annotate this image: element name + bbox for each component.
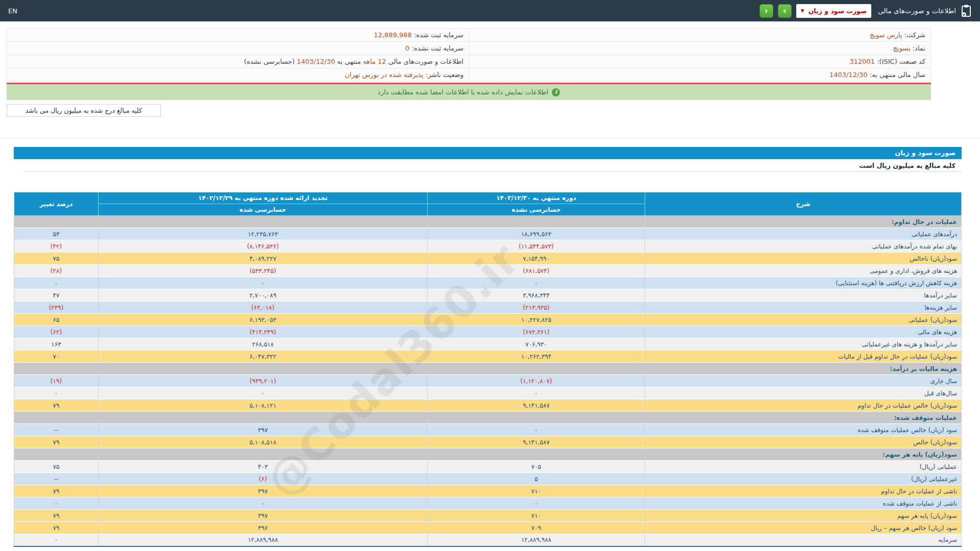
cell-current-value: ۷۱۰: [428, 510, 645, 522]
cell-prior-value: (۴۱۴,۲۴۹): [99, 326, 428, 338]
table-row: سود (زیان) خالص هر سهم – ریال۷۰۹۳۹۶۷۹: [14, 522, 962, 534]
info-label: وضعیت ناشر:: [426, 71, 463, 79]
chevron-down-icon: ▼: [801, 8, 804, 13]
company-info-cell: شرکت: پارس سویچ: [469, 29, 931, 42]
company-info-cell: وضعیت ناشر: پذیرفته شده در بورس تهران: [7, 68, 469, 82]
cell-change-percent: ۰: [14, 277, 99, 289]
company-info-cell: نماد: بسویچ: [469, 42, 931, 55]
cell-change-percent: ۷۹: [14, 510, 99, 522]
cell-prior-value: (۵۳۳,۲۴۵): [99, 265, 428, 277]
cell-change-percent: [14, 363, 99, 375]
table-header-row-periods: شرح دوره منتهي به ۱۴۰۳/۱۲/۳۰ تجدید ارائه…: [14, 192, 962, 204]
cell-desc: سایر درآمدها: [645, 289, 962, 302]
cell-change-percent: ۷۵: [14, 461, 99, 473]
cell-current-value: ۰: [428, 277, 645, 289]
topbar: اطلاعات و صورت‌های مالی صورت سود و زیان …: [0, 0, 980, 21]
prev-statement-button[interactable]: ‹: [760, 4, 773, 18]
cell-desc: هزینه کاهش ارزش دریافتنی ها (هزینه استثن…: [645, 277, 962, 289]
statement-subtitle: کلیه مبالغ به میلیون ریال است: [23, 159, 962, 172]
table-row: ناشی از عملیات در حال تداوم۷۱۰۳۹۷۷۹: [14, 485, 962, 497]
info-label: نماد:: [913, 44, 925, 52]
cell-prior-value: (۹۳۹,۲۰۱): [99, 375, 428, 387]
cell-change-percent: ۱۶۳: [14, 338, 99, 350]
info-value: 0: [405, 44, 409, 52]
cell-current-value: (۶۷۲,۳۶۱): [428, 326, 645, 338]
info-value: پذیرفته شده در بورس تهران: [345, 71, 424, 79]
header-current-status: حسابرسی نشده: [428, 204, 645, 216]
cell-prior-value: [99, 216, 428, 228]
company-info-row: کد صنعت (ISIC): 312001اطلاعات و صورت‌های…: [7, 55, 931, 68]
cell-prior-value: ۳۹۷: [99, 424, 428, 436]
info-label: شرکت:: [904, 31, 925, 39]
cell-desc: هزینه های فروش، اداری و عمومی: [645, 265, 962, 277]
cell-current-value: ۰: [428, 424, 645, 436]
next-statement-button[interactable]: ›: [778, 4, 792, 18]
cell-prior-value: ۴,۰۸۹,۲۲۷: [99, 253, 428, 265]
company-info-cell: اطلاعات و صورت‌های مالی 12 ماهه منتهی به…: [7, 55, 469, 68]
cell-desc: غیرعملیاتی (ریال): [645, 473, 962, 485]
cell-current-value: ۷,۱۵۴,۹۹۰: [428, 253, 645, 265]
cell-desc: سایر هزینه‌ها: [645, 302, 962, 314]
cell-desc: سود(زیان) عملیات در حال تداوم قبل از مال…: [645, 350, 962, 363]
company-info-table: شرکت: پارس سویچسرمایه ثبت شده: 12,889,98…: [7, 28, 931, 82]
cell-desc: درآمدهای عملیاتی: [645, 228, 962, 240]
info-value: 312001: [849, 58, 875, 65]
cell-desc: سرمایه: [645, 534, 962, 546]
cell-change-percent: --: [14, 473, 99, 485]
cell-current-value: ۹,۱۴۱,۵۸۷: [428, 436, 645, 448]
cell-change-percent: --: [14, 424, 99, 436]
cell-current-value: ۱۲,۸۸۹,۹۸۸: [428, 534, 645, 546]
content-divider: [0, 138, 980, 139]
cell-prior-value: ۲,۷۰۰,۰۸۹: [99, 289, 428, 302]
table-row: سرمایه۱۲,۸۸۹,۹۸۸۱۲,۸۸۹,۹۸۸۰: [14, 534, 962, 546]
cell-change-percent: ۷۰: [14, 350, 99, 363]
cell-change-percent: ۷۵: [14, 253, 99, 265]
cell-desc: عملیات در حال تداوم:: [645, 216, 962, 228]
cell-prior-value: [99, 412, 428, 424]
info-label: سرمایه ثبت شده:: [414, 31, 463, 39]
statement-title-bar: صورت سود و زیان: [14, 147, 962, 159]
cell-desc: سود(زیان) خالص عملیات در حال تداوم: [645, 399, 962, 412]
cell-current-value: (۱۱,۵۴۴,۵۷۳): [428, 240, 645, 253]
cell-prior-value: (۶۳,۰۱۸): [99, 302, 428, 314]
cell-prior-value: (۸,۱۴۶,۵۳۶): [99, 240, 428, 253]
cell-desc: سود(زیان) پایه هر سهم:: [645, 448, 962, 461]
cell-prior-value: ۳۹۶: [99, 522, 428, 534]
cell-desc: سود(زیان) ناخالص: [645, 253, 962, 265]
statement-type-dropdown[interactable]: صورت سود و زیان ▼: [796, 4, 871, 18]
cell-change-percent: ۷۹: [14, 522, 99, 534]
topbar-title: اطلاعات و صورت‌های مالی: [878, 7, 956, 15]
table-row: ناشی از عملیات متوقف شده۰۰۰: [14, 497, 962, 510]
info-value: بسویچ: [893, 44, 911, 52]
table-row: هزینه های فروش، اداری و عمومی(۶۸۱,۵۷۴)(۵…: [14, 265, 962, 277]
table-row: هزینه کاهش ارزش دریافتنی ها (هزینه استثن…: [14, 277, 962, 289]
cell-desc: سال‌های قبل: [645, 387, 962, 399]
cell-desc: ناشی از عملیات متوقف شده: [645, 497, 962, 510]
cell-desc: سود(زیان) عملیاتی: [645, 314, 962, 326]
table-row: سایر هزینه‌ها(۲۱۳,۹۳۵)(۶۳,۰۱۸)(۲۳۹): [14, 302, 962, 314]
table-row: سال جاری(۱,۱۲۰,۸۰۷)(۹۳۹,۲۰۱)(۱۹): [14, 375, 962, 387]
company-info-cell: سرمایه ثبت نشده: 0: [7, 42, 469, 55]
cell-current-value: ۳,۹۶۸,۳۴۴: [428, 289, 645, 302]
info-value: 1403/12/30: [297, 58, 335, 65]
table-row: بهای تمام شده درآمدهای عملیاتی(۱۱,۵۴۴,۵۷…: [14, 240, 962, 253]
cell-current-value: [428, 363, 645, 375]
table-row: سود(زیان) خالص عملیات در حال تداوم۹,۱۴۱,…: [14, 399, 962, 412]
cell-current-value: ۷۱۰: [428, 485, 645, 497]
cell-current-value: ۱۰,۲۲۷,۸۲۵: [428, 314, 645, 326]
cell-prior-value: ۵,۱۰۸,۵۱۸: [99, 436, 428, 448]
cell-prior-value: [99, 448, 428, 461]
cell-desc: سال جاری: [645, 375, 962, 387]
cell-current-value: ۰: [428, 387, 645, 399]
cell-change-percent: [14, 216, 99, 228]
statement-section: صورت سود و زیان کلیه مبالغ به میلیون ریا…: [14, 147, 962, 547]
company-info-section: شرکت: پارس سویچسرمایه ثبت شده: 12,889,98…: [7, 28, 931, 117]
cell-desc: سود (زیان) خالص هر سهم – ریال: [645, 522, 962, 534]
cell-change-percent: ۷۹: [14, 436, 99, 448]
cell-desc: عملیات متوقف شده:: [645, 412, 962, 424]
cell-current-value: ۰: [428, 497, 645, 510]
cell-desc: سود(زیان) پایه هر سهم: [645, 510, 962, 522]
company-info-row: سال مالی منتهی به: 1403/12/30وضعیت ناشر:…: [7, 68, 931, 82]
table-row: سود(زیان) عملیات در حال تداوم قبل از مال…: [14, 350, 962, 363]
language-toggle-link[interactable]: EN: [8, 7, 17, 15]
